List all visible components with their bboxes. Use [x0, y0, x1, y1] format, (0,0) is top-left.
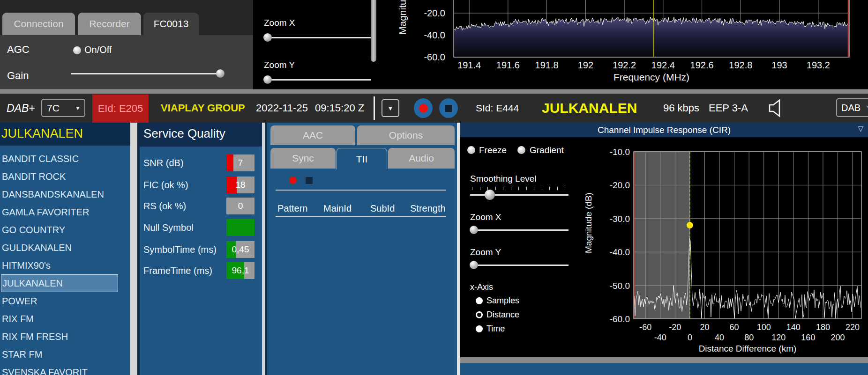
tab-audio[interactable]: Audio — [388, 148, 455, 169]
quality-row: RS (ok %)0 — [140, 198, 262, 214]
svg-text:80: 80 — [744, 333, 754, 342]
cir-bottom-scrollbar[interactable] — [460, 357, 868, 363]
gain-slider-track[interactable] — [71, 73, 222, 74]
list-item[interactable]: DANSBANDSKANALEN — [1, 185, 118, 203]
list-item[interactable]: JULKANALEN — [1, 274, 118, 292]
tick-mark — [549, 187, 550, 190]
quality-bar — [226, 219, 254, 236]
stop-button[interactable] — [439, 98, 458, 118]
svg-text:180: 180 — [816, 323, 830, 332]
svg-text:-40.0: -40.0 — [424, 30, 445, 40]
gradient-radio[interactable] — [517, 146, 525, 154]
horizontal-splitter[interactable] — [0, 89, 868, 94]
gain-slider-handle[interactable] — [216, 69, 224, 78]
tab-tii[interactable]: TII — [337, 148, 387, 169]
svg-text:193.2: 193.2 — [807, 60, 830, 70]
list-item[interactable]: BANDIT ROCK — [1, 168, 118, 185]
x-axis-radio-distance[interactable] — [476, 311, 483, 318]
chevron-down-icon: ▼ — [75, 105, 81, 111]
tick-mark — [557, 187, 558, 190]
svg-text:Magnitude (dB): Magnitude (dB) — [584, 192, 593, 253]
date-label: 2022-11-25 — [256, 94, 308, 123]
list-item[interactable]: BANDIT CLASSIC — [1, 150, 118, 168]
scope-zoom-x-handle[interactable] — [263, 33, 272, 42]
record-icon — [419, 104, 428, 113]
record-indicator-icon[interactable] — [289, 176, 297, 184]
x-axis-radio-time[interactable] — [476, 325, 483, 332]
quality-row: SymbolTime (ms)0,45 — [140, 241, 262, 258]
scope-controls-panel: Zoom X Zoom Y — [253, 0, 398, 89]
chevron-down-icon: ▼ — [866, 104, 868, 111]
x-axis-radio-samples[interactable] — [476, 297, 483, 304]
cir-zoom-x-handle[interactable] — [470, 226, 478, 234]
tab-tii-label: TII — [356, 154, 368, 165]
svg-text:192.4: 192.4 — [651, 60, 675, 70]
x-axis-option-label: Time — [486, 324, 505, 334]
svg-text:-50.0: -50.0 — [610, 281, 630, 291]
monitor-dropdown-button[interactable]: ▼ — [382, 99, 399, 117]
svg-text:120: 120 — [771, 333, 786, 342]
svg-text:192: 192 — [578, 60, 593, 70]
svg-text:-60: -60 — [639, 323, 651, 332]
mode-label: DAB+ — [7, 94, 35, 123]
tab-connection[interactable]: Connection — [2, 13, 75, 35]
smoothing-level-label: Smoothing Level — [470, 174, 537, 184]
scope-zoom-y-track[interactable] — [265, 79, 371, 81]
tab-aac-label: AAC — [303, 130, 323, 141]
svg-text:-20.0: -20.0 — [424, 8, 445, 18]
svg-text:-40.0: -40.0 — [610, 247, 630, 257]
smoothing-slider-handle[interactable] — [485, 190, 495, 200]
speaker-icon[interactable] — [768, 99, 785, 118]
list-item[interactable]: RIX FM FRESH — [1, 328, 118, 346]
list-item[interactable]: HITMIX90's — [1, 257, 118, 274]
quality-row: SNR (dB)7 — [140, 154, 262, 171]
output-mode-select[interactable]: DAB ▼ — [836, 98, 868, 117]
list-item[interactable]: STAR FM — [1, 346, 118, 363]
cir-panel: Channel Impulse Response (CIR) ▽ Freeze … — [460, 123, 868, 375]
tab-options[interactable]: Options — [357, 125, 455, 145]
record-button[interactable] — [414, 98, 433, 118]
cir-zoom-x-track[interactable] — [470, 229, 569, 231]
agc-radio[interactable] — [73, 46, 81, 54]
sidebar-splitter[interactable] — [130, 123, 137, 375]
svg-text:Frequency (MHz): Frequency (MHz) — [614, 72, 689, 82]
column-strength: Strength — [410, 203, 446, 214]
cir-plot: -10.0-20.0-30.0-40.0-50.0-60.0-60-40-200… — [581, 137, 868, 357]
tab-audio-label: Audio — [409, 153, 434, 164]
svg-text:220: 220 — [846, 323, 860, 332]
tii-header-underline — [276, 216, 446, 217]
tab-recorder[interactable]: Recorder — [78, 13, 141, 35]
svg-text:140: 140 — [786, 323, 801, 332]
tick-mark — [511, 187, 511, 190]
channel-select[interactable]: 7C ▼ — [41, 99, 85, 117]
tab-connection-label: Connection — [14, 18, 63, 29]
x-axis-option-label: Distance — [486, 310, 519, 320]
scope-zoom-x-track[interactable] — [265, 37, 371, 38]
tab-aac[interactable]: AAC — [270, 125, 355, 145]
list-item[interactable]: POWER — [1, 292, 118, 310]
quality-row: FrameTime (ms)96,1 — [140, 262, 262, 279]
service-quality-panel: Service Quality SNR (dB)7FIC (ok %)18RS … — [140, 123, 262, 375]
agc-radio-label: On/Off — [84, 44, 112, 55]
channel-value: 7C — [47, 103, 60, 114]
list-item[interactable]: GO COUNTRY — [1, 221, 118, 239]
freeze-radio[interactable] — [467, 146, 475, 154]
list-item[interactable]: GAMLA FAVORITER — [1, 203, 118, 221]
tab-fc0013[interactable]: FC0013 — [143, 13, 199, 35]
tab-sync[interactable]: Sync — [270, 148, 336, 169]
cir-zoom-y-handle[interactable] — [470, 261, 478, 269]
stop-indicator-icon[interactable] — [306, 177, 313, 184]
cir-splitter[interactable] — [457, 123, 460, 375]
spectrum-plot: -20.0-40.0-60.0191.4191.6191.8192192.219… — [398, 0, 868, 89]
list-item[interactable]: GULDKANALEN — [1, 239, 118, 257]
main-section: JULKANALEN BANDIT CLASSICBANDIT ROCKDANS… — [0, 123, 868, 375]
service-list: BANDIT CLASSICBANDIT ROCKDANSBANDSKANALE… — [0, 123, 130, 375]
collapse-triangle-icon[interactable]: ▽ — [858, 125, 863, 133]
tick-mark — [472, 187, 472, 190]
list-item[interactable]: RIX FM — [1, 310, 118, 328]
scope-zoom-y-handle[interactable] — [263, 75, 272, 84]
scope-vertical-slider[interactable] — [371, 0, 376, 62]
quality-bar-fill — [226, 219, 254, 236]
list-item[interactable]: SVENSKA FAVORIT — [1, 363, 118, 375]
cir-zoom-y-track[interactable] — [470, 265, 569, 266]
